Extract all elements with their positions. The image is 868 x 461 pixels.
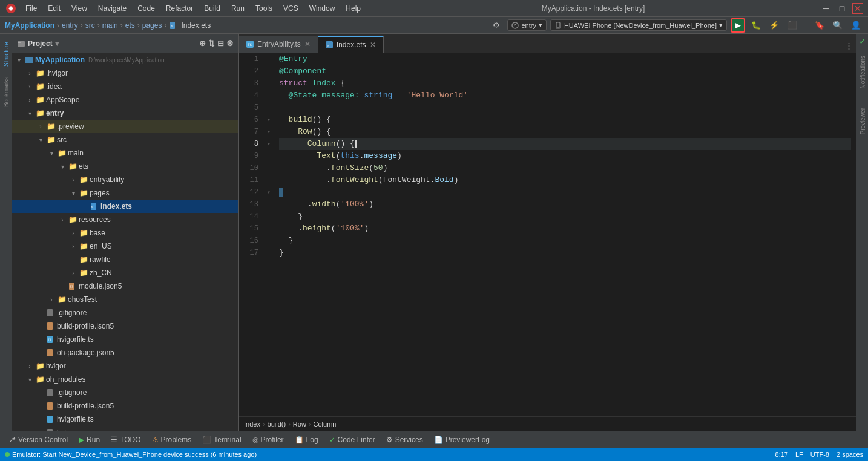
tree-item-gitignore2[interactable]: › .gitignore [12, 386, 238, 399]
profiler-button[interactable]: ◎ Profiler [248, 433, 289, 446]
menu-vcs[interactable]: VCS [278, 3, 303, 14]
menu-tools[interactable]: Tools [251, 3, 277, 14]
tree-item-idea[interactable]: › 📁 .idea [12, 80, 238, 93]
run-button[interactable]: ▶ [731, 18, 745, 33]
previewer-log-button[interactable]: 📄 PreviewerLog [429, 433, 495, 446]
maximize-button[interactable]: □ [837, 3, 847, 14]
tree-item-zh-cn[interactable]: › 📁 zh_CN [12, 266, 238, 280]
gutter-line-6[interactable]: ▾ [263, 114, 274, 126]
tree-item-ohmodules[interactable]: ▾ 📁 oh_modules [12, 373, 238, 386]
menu-navigate[interactable]: Navigate [93, 3, 131, 14]
terminal-button[interactable]: ⬛ Terminal [197, 433, 246, 446]
status-position[interactable]: 8:17 [775, 451, 788, 458]
editor-bc-index[interactable]: Index [244, 420, 260, 428]
tree-item-appscope[interactable]: › 📁 AppScope [12, 93, 238, 106]
close-button[interactable]: ✕ [852, 3, 863, 14]
log-button[interactable]: 📋 Log [290, 433, 323, 446]
menu-file[interactable]: File [21, 3, 42, 14]
tree-item-gitignore[interactable]: › .gitignore [12, 306, 238, 319]
tree-item-hvigorw[interactable]: › hvigorw [12, 426, 238, 431]
gutter-line-7[interactable]: ▾ [263, 126, 274, 138]
tree-item-pages[interactable]: ▾ 📁 pages [12, 186, 238, 200]
problems-button[interactable]: ⚠ Problems [147, 433, 197, 446]
menu-edit[interactable]: Edit [43, 3, 65, 14]
panel-add-icon[interactable]: ⊕ [199, 39, 206, 48]
tree-item-src[interactable]: ▾ 📁 src [12, 133, 238, 146]
menu-refactor[interactable]: Refactor [161, 3, 198, 14]
version-control-button[interactable]: ⎇ Version Control [2, 433, 73, 446]
search-icon[interactable]: 🔍 [830, 18, 845, 33]
code-editor[interactable]: @Entry @Component struct Index { @State … [274, 53, 856, 416]
profile-icon[interactable]: ⚡ [767, 18, 781, 33]
sidebar-structure-icon[interactable]: Structure [1, 36, 12, 73]
tree-item-index-ets[interactable]: e Index.ets [12, 200, 238, 213]
panel-collapse-icon[interactable]: ⊟ [217, 39, 224, 48]
tree-item-hvigorfile2[interactable]: › hvigorfile.ts [12, 413, 238, 426]
tree-item-hvigor[interactable]: › 📁 .hvigor [12, 67, 238, 80]
tree-item-en-us[interactable]: › 📁 en_US [12, 240, 238, 253]
editor-bc-column[interactable]: Column [314, 420, 337, 428]
tree-item-buildprofile[interactable]: › build-profile.json5 [12, 319, 238, 333]
gutter-line-12[interactable]: ▾ [263, 186, 274, 198]
previewer-panel-icon[interactable]: Previewer [857, 103, 868, 139]
services-button[interactable]: ⚙ Services [381, 433, 428, 446]
panel-dropdown-icon[interactable]: ▾ [55, 39, 59, 48]
breadcrumb-src[interactable]: src [85, 21, 95, 30]
tree-item-entry[interactable]: ▾ 📁 entry [12, 106, 238, 120]
breadcrumb-pages[interactable]: pages [142, 21, 162, 30]
tree-item-ets[interactable]: ▾ 📁 ets [12, 160, 238, 173]
editor-bc-row[interactable]: Row [293, 420, 306, 428]
breadcrumb-main[interactable]: main [102, 21, 118, 30]
tree-item-modulejson[interactable]: › {} module.json5 [12, 280, 238, 293]
tab-overflow-icon[interactable]: ⋮ [841, 38, 856, 53]
gutter-line-8[interactable]: ▾ [263, 138, 274, 150]
tree-item-rawfile[interactable]: › 📁 rawfile [12, 253, 238, 266]
menu-build[interactable]: Build [199, 3, 225, 14]
tree-item-hvigor2[interactable]: › 📁 hvigor [12, 359, 238, 373]
tree-item-entryability[interactable]: › 📁 entryability [12, 173, 238, 186]
notifications-panel-icon[interactable]: Notifications [857, 51, 868, 93]
entry-selector[interactable]: entry ▾ [507, 19, 546, 31]
tree-item-buildprofile2[interactable]: › build-profile.json5 [12, 399, 238, 413]
tree-item-ohpackage[interactable]: › oh-package.json5 [12, 346, 238, 359]
tree-item-hvigorfile[interactable]: › TS hvigorfile.ts [12, 333, 238, 346]
file-tree[interactable]: ▾ MyApplication D:\workspace\MyApplicati… [12, 53, 238, 431]
breadcrumb-ets[interactable]: ets [125, 21, 135, 30]
breadcrumb-app[interactable]: MyApplication [5, 21, 54, 30]
status-indent[interactable]: 2 spaces [837, 451, 863, 458]
code-linter-button[interactable]: ✓ Code Linter [324, 433, 380, 446]
tab-index-ets[interactable]: e Index.ets ✕ [318, 36, 384, 53]
json-file-icon4 [46, 402, 56, 410]
menu-view[interactable]: View [67, 3, 92, 14]
menu-code[interactable]: Code [133, 3, 160, 14]
panel-expand-icon[interactable]: ⇅ [208, 39, 215, 48]
editor-bc-build[interactable]: build() [268, 420, 286, 428]
settings-icon[interactable]: ⚙ [489, 18, 504, 33]
status-encoding[interactable]: UTF-8 [810, 451, 829, 458]
breadcrumb-file[interactable]: Index.ets [181, 21, 211, 30]
menu-run[interactable]: Run [226, 3, 249, 14]
tree-item-base[interactable]: › 📁 base [12, 226, 238, 240]
stop-icon[interactable]: ⬛ [785, 18, 800, 33]
status-line-ending[interactable]: LF [795, 451, 803, 458]
tree-item-preview[interactable]: › 📁 .preview [12, 120, 238, 133]
device-selector[interactable]: HUAWEI Phone [NewDevice_from_Huawei_Phon… [550, 19, 727, 31]
panel-settings-icon[interactable]: ⚙ [226, 39, 234, 48]
tab-index-close[interactable]: ✕ [370, 41, 376, 49]
sidebar-bookmarks-icon[interactable]: Bookmarks [1, 74, 12, 110]
run-panel-button[interactable]: ▶ Run [74, 433, 105, 446]
bookmark-icon[interactable]: 🔖 [812, 18, 827, 33]
tree-item-main[interactable]: ▾ 📁 main [12, 146, 238, 160]
minimize-button[interactable]: ─ [821, 3, 832, 14]
todo-button[interactable]: ☰ TODO [106, 433, 145, 446]
tree-item-myapp[interactable]: ▾ MyApplication D:\workspace\MyApplicati… [12, 53, 238, 67]
tab-entryability-close[interactable]: ✕ [304, 40, 311, 48]
tree-item-ohostest[interactable]: › 📁 ohosTest [12, 293, 238, 306]
user-icon[interactable]: 👤 [849, 18, 863, 33]
breadcrumb-entry[interactable]: entry [62, 21, 78, 30]
menu-help[interactable]: Help [341, 3, 366, 14]
menu-window[interactable]: Window [304, 3, 340, 14]
tab-entryability[interactable]: TS EntryAbility.ts ✕ [239, 36, 318, 53]
debug-icon[interactable]: 🐛 [749, 18, 763, 33]
tree-item-resources[interactable]: › 📁 resources [12, 213, 238, 226]
